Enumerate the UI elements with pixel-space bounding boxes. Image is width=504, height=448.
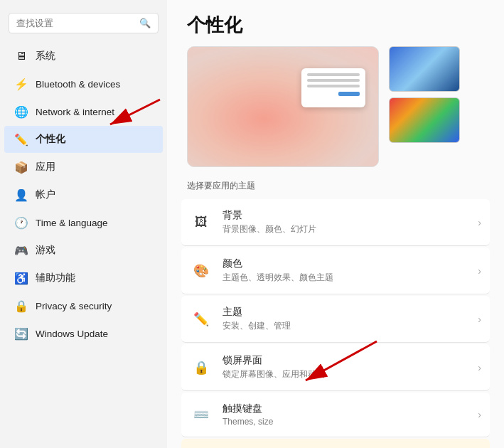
accounts-icon: 👤 xyxy=(14,188,28,202)
page-title: 个性化 xyxy=(167,0,504,46)
themes-chevron: › xyxy=(478,314,481,325)
settings-list: 🖼背景背景图像、颜色、幻灯片›🎨颜色主题色、透明效果、颜色主题›✏️主题安装、创… xyxy=(167,199,504,448)
sidebar-item-label-gaming: 游戏 xyxy=(36,244,55,257)
settings-item-touch-keyboard[interactable]: ⌨️触摸键盘Themes, size› xyxy=(181,393,490,437)
lockscreen-chevron: › xyxy=(478,362,481,373)
settings-item-themes[interactable]: ✏️主题安装、创建、管理› xyxy=(181,296,490,343)
theme-section xyxy=(167,46,504,180)
themes-text: 主题安装、创建、管理 xyxy=(222,306,468,332)
search-icon: 🔍 xyxy=(139,18,151,28)
theme-preview-dialog xyxy=(301,68,365,107)
settings-item-lockscreen[interactable]: 🔒锁屏界面锁定屏幕图像、应用和动画› xyxy=(181,344,490,391)
settings-item-start[interactable]: ⊞开始Recent apps and items, folders› xyxy=(181,439,490,448)
touch-keyboard-icon: ⌨️ xyxy=(190,403,213,426)
time-icon: 🕐 xyxy=(14,215,28,230)
sidebar-item-windows-update[interactable]: 🔄Windows Update xyxy=(4,320,163,347)
sidebar-item-bluetooth[interactable]: ⚡Bluetooth & devices xyxy=(4,70,163,97)
lockscreen-subtitle: 锁定屏幕图像、应用和动画 xyxy=(222,368,468,380)
windows-update-icon: 🔄 xyxy=(14,326,28,341)
themes-title: 主题 xyxy=(222,306,468,319)
lockscreen-title: 锁屏界面 xyxy=(222,354,468,367)
settings-item-color[interactable]: 🎨颜色主题色、透明效果、颜色主题› xyxy=(181,247,490,294)
personalization-icon: ✏️ xyxy=(14,132,28,146)
sidebar-item-gaming[interactable]: 🎮游戏 xyxy=(4,237,163,264)
touch-keyboard-subtitle: Themes, size xyxy=(222,417,468,427)
background-chevron: › xyxy=(478,217,481,228)
touch-keyboard-text: 触摸键盘Themes, size xyxy=(222,402,468,427)
lockscreen-text: 锁屏界面锁定屏幕图像、应用和动画 xyxy=(222,354,468,380)
sidebar-item-label-apps: 应用 xyxy=(36,161,55,174)
color-icon: 🎨 xyxy=(190,260,213,282)
sidebar-item-label-network: Network & internet xyxy=(36,107,114,117)
network-icon: 🌐 xyxy=(14,105,28,119)
main-content: 个性化 选择要应用的主题 � xyxy=(167,0,504,448)
color-chevron: › xyxy=(478,265,481,277)
system-icon: 🖥 xyxy=(14,49,28,63)
dialog-button xyxy=(338,92,360,96)
sidebar-item-privacy[interactable]: 🔒Privacy & security xyxy=(4,292,163,319)
sidebar-item-personalization[interactable]: ✏️个性化 xyxy=(4,126,163,153)
sidebar-item-accounts[interactable]: 👤帐户 xyxy=(4,181,163,208)
sidebar-item-label-accounts: 帐户 xyxy=(36,188,55,201)
sidebar-item-system[interactable]: 🖥系统 xyxy=(4,43,163,70)
search-box[interactable]: 🔍 xyxy=(9,13,159,33)
sidebar-item-label-system: 系统 xyxy=(36,50,55,63)
bluetooth-icon: ⚡ xyxy=(14,77,28,91)
sidebar-item-network[interactable]: 🌐Network & internet xyxy=(4,98,163,125)
theme-preview-main[interactable] xyxy=(187,46,379,167)
background-subtitle: 背景图像、颜色、幻灯片 xyxy=(222,223,468,235)
sidebar-item-time[interactable]: 🕐Time & language xyxy=(4,209,163,236)
background-text: 背景背景图像、颜色、幻灯片 xyxy=(222,209,468,235)
sidebar-item-label-accessibility: 辅助功能 xyxy=(36,272,75,284)
sidebar-item-label-privacy: Privacy & security xyxy=(36,301,112,311)
theme-label: 选择要应用的主题 xyxy=(167,180,504,199)
background-title: 背景 xyxy=(222,209,468,222)
sidebar-item-label-bluetooth: Bluetooth & devices xyxy=(36,79,120,90)
themes-subtitle: 安装、创建、管理 xyxy=(222,320,468,332)
color-title: 颜色 xyxy=(222,257,468,270)
accessibility-icon: ♿ xyxy=(14,271,28,285)
theme-option-blue[interactable] xyxy=(389,46,460,92)
privacy-icon: 🔒 xyxy=(14,299,28,313)
sidebar-item-label-time: Time & language xyxy=(36,218,108,228)
dialog-line-2 xyxy=(307,79,360,82)
sidebar-item-label-personalization: 个性化 xyxy=(36,133,65,146)
touch-keyboard-chevron: › xyxy=(478,409,481,420)
theme-side-previews xyxy=(389,46,460,143)
sidebar-item-accessibility[interactable]: ♿辅助功能 xyxy=(4,265,163,292)
touch-keyboard-title: 触摸键盘 xyxy=(222,402,468,415)
dialog-line-3 xyxy=(307,85,360,87)
color-subtitle: 主题色、透明效果、颜色主题 xyxy=(222,272,468,284)
sidebar: 🔍 🖥系统⚡Bluetooth & devices🌐Network & inte… xyxy=(0,0,167,448)
apps-icon: 📦 xyxy=(14,160,28,174)
sidebar-item-apps[interactable]: 📦应用 xyxy=(4,154,163,181)
search-input[interactable] xyxy=(16,18,136,28)
theme-option-colorful[interactable] xyxy=(389,97,460,143)
gaming-icon: 🎮 xyxy=(14,243,28,257)
color-text: 颜色主题色、透明效果、颜色主题 xyxy=(222,257,468,284)
settings-item-background[interactable]: 🖼背景背景图像、颜色、幻灯片› xyxy=(181,199,490,246)
themes-icon: ✏️ xyxy=(190,308,213,331)
sidebar-item-label-windows-update: Windows Update xyxy=(36,329,108,339)
background-icon: 🖼 xyxy=(190,211,213,234)
nav-list: 🖥系统⚡Bluetooth & devices🌐Network & intern… xyxy=(0,42,167,348)
lockscreen-icon: 🔒 xyxy=(190,356,213,379)
dialog-line-1 xyxy=(307,73,360,76)
